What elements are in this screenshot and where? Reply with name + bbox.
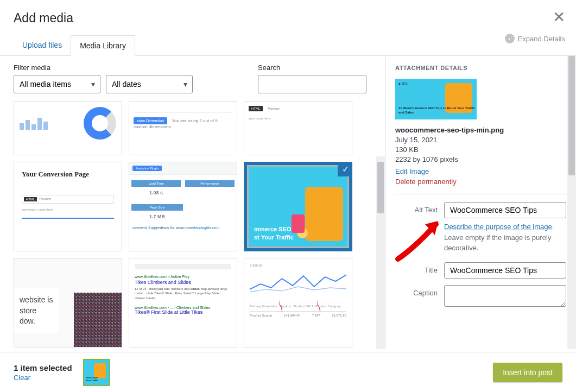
media-thumb[interactable]: www.littletikes.com > Active Play Tikes … xyxy=(129,258,237,347)
title-label: Title xyxy=(395,262,438,279)
insert-into-post-button[interactable]: Insert into post xyxy=(493,363,562,382)
media-thumb[interactable]: 3,500.00 Primary Dimension Product Produ… xyxy=(244,258,352,347)
modal-footer: 1 item selected Clear merce SEOYour Traf… xyxy=(0,352,576,392)
scrollbar-thumb[interactable] xyxy=(568,56,575,175)
tabs: Upload files Media Library xyxy=(0,35,576,56)
media-library-panel: Filter media All media items All dates xyxy=(0,56,385,349)
alt-text-input[interactable] xyxy=(444,202,566,218)
scrollbar-thumb[interactable] xyxy=(377,162,384,213)
attachment-date: July 15, 2021 xyxy=(395,136,566,144)
clear-selection-link[interactable]: Clear xyxy=(14,374,72,382)
close-button[interactable]: ✕ xyxy=(553,8,565,26)
selected-count: 1 item selected xyxy=(14,363,72,372)
expand-label: Expand Details xyxy=(518,35,565,43)
media-thumb-selected[interactable]: ✓ mmerce SEO st Your Traffic xyxy=(244,162,352,251)
media-thumb[interactable]: Your Conversion Page HTMLPreview convers… xyxy=(14,162,122,251)
media-thumb[interactable] xyxy=(14,101,122,155)
attachment-filename: woocommerce-seo-tips-min.png xyxy=(395,126,504,134)
attachment-filesize: 130 KB xyxy=(395,146,566,154)
media-thumb[interactable]: stom Dimension You are using 2 out of 9 … xyxy=(129,101,237,155)
title-input[interactable] xyxy=(444,262,566,279)
search-input[interactable] xyxy=(258,75,366,93)
media-thumb[interactable]: Analytics Plugin Load Time 1.08 s Perfor… xyxy=(129,162,237,251)
attachment-thumbnail: ◆ SITE 11 WooCommerce SEO Tips to Boost … xyxy=(395,79,477,119)
details-scrollbar[interactable] xyxy=(567,56,576,349)
media-thumb[interactable]: website is store dow. xyxy=(14,258,122,347)
alt-text-helper: Describe the purpose of the image. Leave… xyxy=(444,222,566,254)
media-grid: stom Dimension You are using 2 out of 9 … xyxy=(14,101,371,347)
describe-purpose-link[interactable]: Describe the purpose of the image xyxy=(444,223,552,231)
tab-media-library[interactable]: Media Library xyxy=(71,35,135,56)
selected-thumbnail[interactable]: merce SEOYour Traffic xyxy=(83,359,110,386)
attachment-dimensions: 2232 by 1076 pixels xyxy=(395,155,566,163)
filter-media-label: Filter media xyxy=(14,64,193,72)
attachment-details-panel: ATTACHMENT DETAILS ◆ SITE 11 WooCommerce… xyxy=(385,56,576,349)
search-label: Search xyxy=(258,64,366,72)
chevron-left-icon: ‹ xyxy=(505,34,515,43)
expand-details-button[interactable]: ‹ Expand Details xyxy=(505,34,565,43)
details-heading: ATTACHMENT DETAILS xyxy=(395,65,566,71)
alt-text-label: Alt Text xyxy=(395,202,438,218)
edit-image-link[interactable]: Edit Image xyxy=(395,167,429,175)
media-thumb[interactable]: HTML Preview your code here xyxy=(244,101,352,155)
check-icon: ✓ xyxy=(338,162,352,176)
filter-dates-select[interactable]: All dates xyxy=(106,75,193,93)
delete-permanently-link[interactable]: Delete permanently xyxy=(395,178,457,186)
modal-title: Add media xyxy=(14,11,562,26)
tab-upload-files[interactable]: Upload files xyxy=(14,35,71,55)
caption-label: Caption xyxy=(395,285,438,307)
caption-input[interactable] xyxy=(444,285,566,307)
library-scrollbar[interactable] xyxy=(376,156,385,349)
filter-media-select[interactable]: All media items xyxy=(14,75,100,93)
